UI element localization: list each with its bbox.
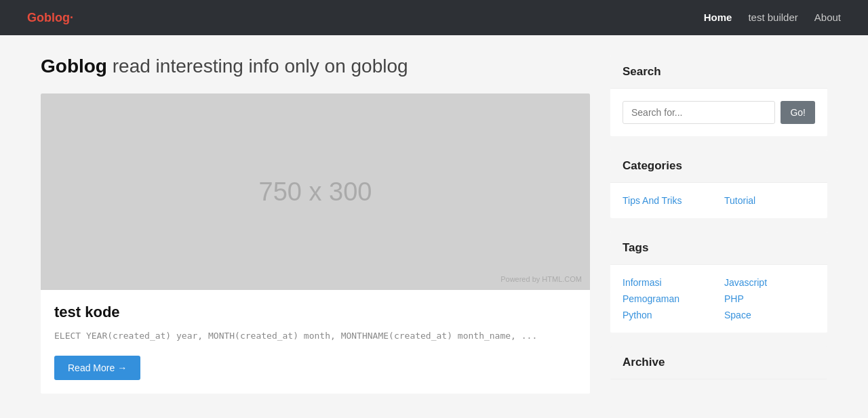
search-form: Go! [623,101,815,124]
categories-grid: Tips And Triks Tutorial [623,195,815,206]
brand-logo[interactable]: Goblog· [27,11,73,25]
tags-widget: Tags Informasi Javascript Pemograman PHP… [610,232,827,333]
article-title: test kode [54,304,576,321]
article-image: 750 x 300 Powered by HTML.COM [41,93,590,290]
tag-link-python[interactable]: Python [623,310,713,320]
tag-link-informasi[interactable]: Informasi [623,277,713,288]
tags-widget-body: Informasi Javascript Pemograman PHP Pyth… [610,265,827,333]
search-widget-title: Search [610,56,827,89]
image-dimension-text: 750 x 300 [259,177,372,207]
tags-grid: Informasi Javascript Pemograman PHP Pyth… [623,277,815,320]
nav-link-testbuilder[interactable]: test builder [748,12,797,23]
article-excerpt: ELECT YEAR(created_at) year, MONTH(creat… [54,329,576,343]
brand-text: Goblog [27,11,70,24]
categories-widget: Categories Tips And Triks Tutorial [610,150,827,218]
image-powered-text: Powered by HTML.COM [500,275,582,283]
archive-widget: Archive [610,346,827,379]
page-title-light: read interesting info only on goblog [113,56,408,77]
archive-widget-title: Archive [610,346,827,379]
article-body: test kode ELECT YEAR(created_at) year, M… [41,290,590,394]
main-content: Goblog read interesting info only on gob… [41,56,590,407]
nav-item-about[interactable]: About [814,12,841,24]
sidebar: Search Go! Categories Tips And Triks Tut… [610,56,827,407]
tag-link-javascript[interactable]: Javascript [724,277,815,288]
article-card: 750 x 300 Powered by HTML.COM test kode … [41,93,590,394]
nav-link-about[interactable]: About [814,12,841,23]
page-title: Goblog read interesting info only on gob… [41,56,590,77]
categories-widget-title: Categories [610,150,827,183]
search-widget: Search Go! [610,56,827,136]
page-title-bold: Goblog [41,56,107,77]
tag-link-space[interactable]: Space [724,310,815,320]
search-button[interactable]: Go! [781,101,815,124]
tag-link-php[interactable]: PHP [724,293,815,304]
nav-item-testbuilder[interactable]: test builder [748,12,797,24]
nav-item-home[interactable]: Home [704,12,732,24]
category-link-tips[interactable]: Tips And Triks [623,195,713,206]
nav-links: Home test builder About [704,12,841,24]
tag-link-pemograman[interactable]: Pemograman [623,293,713,304]
tags-widget-title: Tags [610,232,827,265]
category-link-tutorial[interactable]: Tutorial [724,195,815,206]
navbar: Goblog· Home test builder About [0,0,868,35]
categories-widget-body: Tips And Triks Tutorial [610,183,827,218]
brand-dot: · [70,11,73,24]
nav-link-home[interactable]: Home [704,12,732,23]
main-container: Goblog read interesting info only on gob… [27,35,841,418]
search-input[interactable] [623,101,775,124]
search-widget-body: Go! [610,89,827,136]
read-more-button[interactable]: Read More → [54,356,140,380]
